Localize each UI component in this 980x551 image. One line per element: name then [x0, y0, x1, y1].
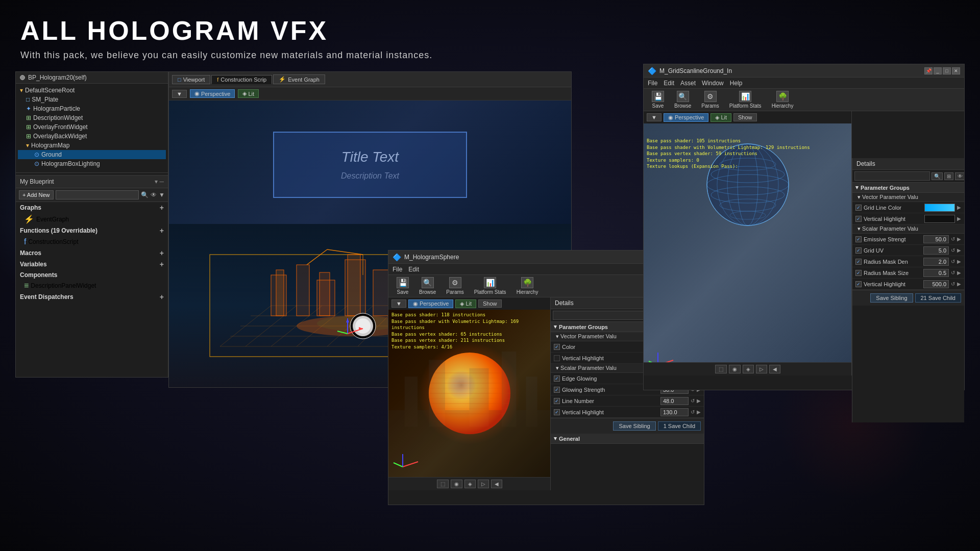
save-toolbar-btn[interactable]: 💾 Save — [648, 90, 668, 110]
mat-show-btn[interactable]: Show — [733, 113, 757, 121]
viewport-menu-btn[interactable]: ▼ — [172, 90, 187, 98]
window-close-btn[interactable]: ✕ — [952, 67, 960, 74]
grid-line-checkbox[interactable]: ✓ — [855, 205, 862, 211]
platform-stats-btn[interactable]: 📊 Platform Stats — [725, 90, 766, 110]
verthighlight-scalar-bottom-reset[interactable]: ↺ — [691, 409, 695, 415]
bottom-menu-edit[interactable]: Edit — [408, 266, 419, 273]
menu-asset[interactable]: Asset — [680, 80, 696, 87]
menu-edit[interactable]: Edit — [664, 80, 674, 87]
bp-item-defaultsceneroot[interactable]: ▾ DefaultSceneRoot — [18, 86, 166, 95]
save-sibling-btn-bottom[interactable]: Save Sibling — [613, 421, 655, 431]
bottom-vp-ctrl-5[interactable]: ◀ — [491, 480, 502, 488]
verthighlight-bottom-checkbox[interactable] — [554, 355, 560, 361]
radiusmasksize-reset[interactable]: ↺ — [951, 270, 955, 276]
vp-ctrl-btn-2[interactable]: ◉ — [729, 365, 741, 373]
perspective-btn[interactable]: ◉ Perspective — [190, 89, 235, 98]
emissive-arrow[interactable]: ▶ — [957, 236, 961, 242]
bottom-vp-ctrl-3[interactable]: ◈ — [464, 480, 476, 488]
radiusmasksize-input[interactable] — [923, 269, 949, 277]
viewport-tab[interactable]: □ Viewport — [172, 75, 210, 84]
vert-highlight-checkbox[interactable]: ✓ — [855, 216, 862, 222]
bp-item-hologramparticle[interactable]: ✦ HologramParticle — [18, 104, 166, 113]
details-eye-btn[interactable]: 👁 — [955, 172, 964, 180]
bottom-perspective-btn[interactable]: ◉ Perspective — [408, 299, 453, 308]
macros-add-btn[interactable]: + — [160, 249, 164, 257]
menu-help[interactable]: Help — [730, 80, 743, 87]
save-child-btn-top[interactable]: 21 Save Child — [915, 293, 962, 303]
radiusmaskden-input[interactable] — [923, 258, 949, 266]
vp-ctrl-btn-1[interactable]: ⬚ — [715, 365, 727, 373]
verthighlight-scalar-bottom-checkbox[interactable]: ✓ — [554, 409, 560, 415]
scalar-param-header[interactable]: ▾ Scalar Parameter Valu — [852, 224, 964, 234]
menu-window[interactable]: Window — [702, 80, 724, 87]
verthighlight-scalar-bottom-input[interactable] — [660, 408, 689, 416]
details-grid-btn[interactable]: ⊞ — [944, 172, 953, 180]
bottom-vp-ctrl-2[interactable]: ◉ — [451, 480, 462, 488]
constructionscript-item[interactable]: f ConstructionScript — [16, 236, 168, 247]
bp-item-descwidget[interactable]: ⊞ DescriptionWidget — [18, 113, 166, 122]
details-search-btn[interactable]: 🔍 — [932, 172, 943, 180]
variables-add-btn[interactable]: + — [160, 260, 164, 268]
construction-script-tab[interactable]: f Construction Scrip — [211, 75, 272, 84]
bottom-vp-menu-btn[interactable]: ▼ — [391, 299, 406, 308]
lit-btn[interactable]: ◈ Lit — [238, 89, 259, 98]
general-section-header[interactable]: ▾ General — [551, 434, 704, 444]
graphs-add-btn[interactable]: + — [160, 204, 164, 212]
menu-file[interactable]: File — [648, 80, 657, 87]
vert-highlight-swatch[interactable] — [924, 215, 955, 223]
bp-item-hologrammap[interactable]: ▾ HologramMap — [18, 141, 166, 150]
browse-toolbar-btn[interactable]: 🔍 Browse — [670, 90, 695, 110]
radiusmaskden-checkbox[interactable]: ✓ — [855, 259, 862, 265]
radiusmaskden-arrow[interactable]: ▶ — [957, 259, 961, 264]
bp-item-ground[interactable]: ⊙ Ground — [18, 150, 166, 159]
color-checkbox[interactable]: ✓ — [554, 344, 560, 350]
vp-ctrl-btn-5[interactable]: ◀ — [769, 365, 780, 373]
verthighlight-scalar-checkbox[interactable]: ✓ — [855, 281, 862, 287]
mat-lit-btn[interactable]: ◈ Lit — [710, 113, 731, 122]
bp-item-hologramboxlighting[interactable]: ⊙ HologramBoxLighting — [18, 159, 166, 168]
emissive-reset[interactable]: ↺ — [951, 236, 955, 242]
event-dispatchers-add-btn[interactable]: + — [160, 293, 164, 301]
bottom-platform-stats-btn[interactable]: 📊 Platform Stats — [470, 276, 510, 296]
glowingstrength-checkbox[interactable]: ✓ — [554, 387, 560, 393]
hierarchy-toolbar-btn[interactable]: 🌳 Hierarchy — [768, 90, 798, 110]
functions-add-btn[interactable]: + — [160, 227, 164, 235]
radiusmasksize-arrow[interactable]: ▶ — [957, 270, 961, 276]
descpanelwidget-item[interactable]: ≡ DescriptionPanelWidget — [16, 280, 168, 291]
vert-highlight-arrow[interactable]: ▶ — [957, 216, 961, 221]
details-search-input[interactable] — [854, 171, 930, 181]
my-blueprint-expand[interactable]: ▾ ─ — [155, 178, 164, 185]
bottom-browse-btn[interactable]: 🔍 Browse — [415, 276, 440, 296]
window-minimize-btn[interactable]: _ — [934, 67, 942, 74]
edgeglowing-checkbox[interactable]: ✓ — [554, 375, 560, 382]
linenumber-reset[interactable]: ↺ — [691, 398, 695, 404]
bp-item-overlaybackwidget[interactable]: ⊞ OverlayBackWidget — [18, 132, 166, 141]
verthighlight-scalar-arrow[interactable]: ▶ — [957, 281, 961, 287]
emissive-checkbox[interactable]: ✓ — [855, 236, 862, 242]
griduv-arrow[interactable]: ▶ — [957, 247, 961, 253]
linenumber-input[interactable] — [660, 397, 689, 405]
bottom-show-btn[interactable]: Show — [478, 299, 502, 308]
bottom-hierarchy-btn[interactable]: 🌳 Hierarchy — [512, 276, 543, 296]
verthighlight-scalar-input[interactable] — [923, 280, 949, 288]
griduv-reset[interactable]: ↺ — [951, 247, 955, 253]
add-new-button[interactable]: + Add New — [19, 190, 54, 199]
blueprint-search-input[interactable] — [56, 190, 139, 199]
vp-ctrl-btn-3[interactable]: ◈ — [743, 365, 754, 373]
window-pin-btn[interactable]: 📌 — [924, 67, 933, 74]
eventgraph-item[interactable]: ⚡ EventGraph — [16, 213, 168, 225]
vp-ctrl-btn-4[interactable]: ▷ — [756, 365, 767, 373]
vector-param-header[interactable]: ▾ Vector Parameter Valu — [852, 193, 964, 202]
save-child-btn-bottom[interactable]: 1 Save Child — [658, 421, 701, 431]
emissive-input[interactable] — [923, 235, 949, 243]
linenumber-arrow[interactable]: ▶ — [697, 398, 701, 404]
griduv-checkbox[interactable]: ✓ — [855, 247, 862, 254]
params-toolbar-btn[interactable]: ⚙ Params — [697, 90, 723, 110]
window-maximize-btn[interactable]: □ — [943, 67, 951, 74]
mat-vp-menu-btn[interactable]: ▼ — [647, 113, 662, 121]
bottom-lit-btn[interactable]: ◈ Lit — [455, 299, 476, 308]
mat-perspective-btn[interactable]: ◉ Perspective — [664, 113, 708, 122]
grid-line-arrow[interactable]: ▶ — [957, 205, 961, 210]
bottom-vp-ctrl-1[interactable]: ⬚ — [437, 480, 449, 488]
verthighlight-scalar-bottom-arrow[interactable]: ▶ — [697, 409, 701, 415]
